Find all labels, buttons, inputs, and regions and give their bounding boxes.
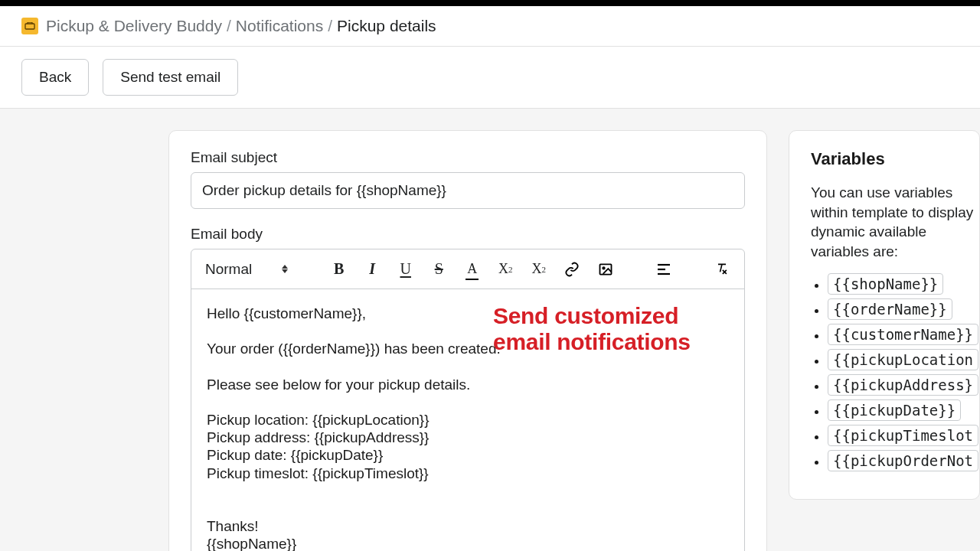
format-style-value: Normal xyxy=(205,261,252,278)
select-caret-icon xyxy=(281,265,289,273)
variable-token[interactable]: {{pickupDate}} xyxy=(828,399,961,421)
clear-format-icon[interactable] xyxy=(714,260,730,279)
body-line: Pickup timeslot: {{pickupTimeslot}} xyxy=(207,465,729,482)
variable-item: {{pickupOrderNot xyxy=(828,452,979,470)
variables-card: Variables You can use variables within t… xyxy=(789,130,980,500)
align-icon[interactable] xyxy=(655,260,672,279)
send-test-email-button[interactable]: Send test email xyxy=(103,59,238,96)
rich-text-editor: Normal B I U S A X2 X2 xyxy=(191,249,745,551)
body-line xyxy=(207,358,729,376)
variable-token[interactable]: {{pickupTimeslot xyxy=(828,425,978,446)
variable-token[interactable]: {{orderName}} xyxy=(828,298,952,320)
email-subject-input[interactable] xyxy=(191,172,745,209)
back-button[interactable]: Back xyxy=(21,59,89,96)
variables-title: Variables xyxy=(811,149,979,169)
content-area: Email subject Email body Normal B I U S … xyxy=(0,109,980,551)
variable-item: {{pickupAddress} xyxy=(828,377,979,394)
window-titlebar xyxy=(0,0,980,6)
breadcrumb-bar: Pickup & Delivery Buddy / Notifications … xyxy=(0,6,980,47)
font-color-icon[interactable]: A xyxy=(464,260,481,279)
variable-item: {{orderName}} xyxy=(828,301,979,318)
body-line: {{shopName}} xyxy=(207,535,729,551)
superscript-icon[interactable]: X2 xyxy=(531,260,547,279)
body-line xyxy=(207,500,729,517)
breadcrumb-app[interactable]: Pickup & Delivery Buddy xyxy=(46,17,222,35)
body-line xyxy=(207,482,729,500)
overlay-line: email notifications xyxy=(493,329,691,355)
variable-item: {{pickupDate}} xyxy=(828,402,979,419)
body-line: Pickup address: {{pickupAddress}} xyxy=(207,429,729,446)
email-editor-card: Email subject Email body Normal B I U S … xyxy=(168,130,767,551)
overlay-line: Send customized xyxy=(493,303,691,329)
variable-token[interactable]: {{pickupOrderNot xyxy=(828,450,978,471)
action-bar: Back Send test email xyxy=(0,47,980,109)
editor-toolbar: Normal B I U S A X2 X2 xyxy=(191,249,744,289)
variable-token[interactable]: {{shopName}} xyxy=(828,273,943,295)
body-line: Pickup location: {{pickupLocation}} xyxy=(207,411,729,429)
promo-overlay: Send customized email notifications xyxy=(493,303,691,354)
image-icon[interactable] xyxy=(597,260,614,279)
body-line: Pickup date: {{pickupDate}} xyxy=(207,446,729,464)
italic-icon[interactable]: I xyxy=(364,260,381,279)
breadcrumb-current: Pickup details xyxy=(337,17,436,35)
body-line xyxy=(207,393,729,411)
link-icon[interactable] xyxy=(564,260,580,279)
variable-token[interactable]: {{pickupAddress} xyxy=(828,374,978,396)
variable-item: {{customerName}} xyxy=(828,326,979,344)
body-label: Email body xyxy=(191,226,745,243)
underline-icon[interactable]: U xyxy=(397,260,414,279)
bold-icon[interactable]: B xyxy=(331,260,348,279)
svg-point-2 xyxy=(603,267,605,269)
subscript-icon[interactable]: X2 xyxy=(497,260,514,279)
svg-rect-0 xyxy=(25,24,34,29)
variables-description: You can use variables within template to… xyxy=(811,183,979,262)
email-body-textarea[interactable]: Hello {{customerName}}, Your order ({{or… xyxy=(191,289,744,551)
variable-item: {{pickupTimeslot xyxy=(828,427,979,445)
breadcrumb-separator: / xyxy=(328,17,332,35)
app-icon xyxy=(21,18,38,34)
body-line: Thanks! xyxy=(207,517,729,535)
breadcrumb-separator: / xyxy=(227,17,231,35)
variable-item: {{pickupLocation xyxy=(828,351,979,369)
strikethrough-icon[interactable]: S xyxy=(430,260,447,279)
variables-list: {{shopName}} {{orderName}} {{customerNam… xyxy=(811,276,979,470)
subject-label: Email subject xyxy=(191,149,745,166)
variable-token[interactable]: {{customerName}} xyxy=(828,324,978,345)
format-style-select[interactable]: Normal xyxy=(205,261,289,278)
variable-item: {{shopName}} xyxy=(828,276,979,293)
variable-token[interactable]: {{pickupLocation xyxy=(828,349,978,370)
breadcrumb-section[interactable]: Notifications xyxy=(236,17,323,35)
body-line: Please see below for your pickup details… xyxy=(207,376,729,393)
breadcrumb: Pickup & Delivery Buddy / Notifications … xyxy=(46,17,436,35)
